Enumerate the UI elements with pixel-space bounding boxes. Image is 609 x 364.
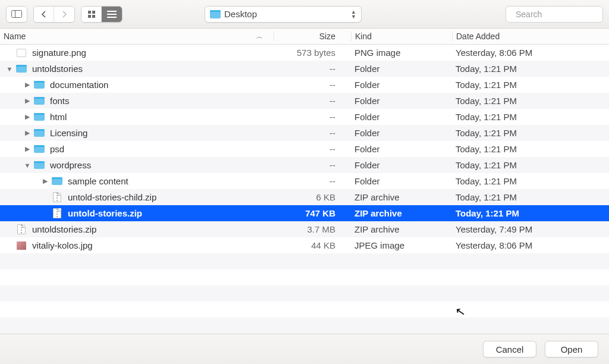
file-date: Yesterday, 8:06 PM	[452, 240, 609, 250]
file-name: wordpress	[50, 160, 91, 170]
file-name: vitaliy-kolos.jpg	[32, 240, 93, 250]
file-date: Today, 1:21 PM	[452, 80, 609, 90]
column-header: Name ︿ Size Kind Date Added	[0, 29, 609, 45]
image-file-icon	[15, 49, 27, 57]
table-row[interactable]: untold-stories-child.zip6 KBZIP archiveT…	[0, 189, 609, 205]
svg-rect-8	[107, 17, 117, 18]
table-row[interactable]: ▶html--FolderToday, 1:21 PM	[0, 109, 609, 125]
file-size: --	[274, 96, 351, 106]
file-size: 3.7 MB	[274, 224, 351, 234]
disclosure-triangle-icon[interactable]: ▶	[24, 97, 31, 105]
disclosure-triangle-icon[interactable]: ▶	[42, 177, 49, 185]
file-name: untoldstories	[32, 64, 83, 74]
file-size: 747 KB	[274, 208, 351, 218]
file-kind: Folder	[351, 144, 452, 154]
icon-view-button[interactable]	[81, 7, 102, 22]
back-button[interactable]	[34, 7, 54, 22]
folder-icon	[210, 10, 221, 18]
table-row-empty	[0, 302, 609, 318]
svg-rect-7	[107, 14, 117, 15]
file-name: untold-stories.zip	[68, 208, 142, 218]
disclosure-triangle-icon[interactable]: ▶	[24, 81, 31, 89]
table-row[interactable]: ▶documentation--FolderToday, 1:21 PM	[0, 77, 609, 93]
disclosure-triangle-icon[interactable]: ▼	[24, 162, 31, 169]
file-name: html	[50, 112, 67, 122]
open-button[interactable]: Open	[545, 341, 598, 357]
svg-rect-4	[88, 15, 91, 18]
file-size: 6 KB	[274, 192, 351, 202]
search-field[interactable]	[506, 6, 603, 23]
table-row[interactable]: ▼untoldstories--FolderToday, 1:21 PM	[0, 61, 609, 77]
sidebar-toggle-group	[6, 6, 27, 23]
nav-group	[33, 6, 75, 23]
table-row[interactable]: vitaliy-kolos.jpg44 KBJPEG imageYesterda…	[0, 237, 609, 253]
view-mode-group	[81, 6, 123, 23]
table-row[interactable]: untoldstories.zip3.7 MBZIP archiveYester…	[0, 221, 609, 237]
column-kind[interactable]: Kind	[351, 32, 452, 41]
column-name[interactable]: Name ︿	[0, 32, 274, 41]
table-row[interactable]: signature.png573 bytesPNG imageYesterday…	[0, 45, 609, 61]
search-input[interactable]	[516, 10, 609, 19]
cancel-button[interactable]: Cancel	[483, 341, 536, 357]
file-name: untold-stories-child.zip	[68, 192, 156, 202]
file-list[interactable]: signature.png573 bytesPNG imageYesterday…	[0, 45, 609, 334]
updown-icon: ▲▼	[351, 10, 356, 19]
folder-icon	[51, 177, 63, 185]
sort-indicator-icon: ︿	[256, 32, 263, 41]
table-row[interactable]: untold-stories.zip747 KBZIP archiveToday…	[0, 205, 609, 221]
folder-icon	[33, 145, 45, 153]
list-icon	[107, 11, 117, 18]
table-row[interactable]: ▶psd--FolderToday, 1:21 PM	[0, 141, 609, 157]
file-kind: Folder	[351, 176, 452, 186]
grid-icon	[87, 10, 96, 18]
file-date: Today, 1:21 PM	[452, 176, 609, 186]
file-size: --	[274, 64, 351, 74]
file-kind: Folder	[351, 160, 452, 170]
image-file-icon	[15, 241, 27, 250]
table-row-empty	[0, 285, 609, 302]
file-kind: Folder	[351, 64, 452, 74]
file-date: Today, 1:21 PM	[452, 192, 609, 202]
column-size[interactable]: Size	[274, 32, 351, 41]
file-size: --	[274, 160, 351, 170]
sidebar-icon	[11, 10, 22, 18]
disclosure-triangle-icon[interactable]: ▶	[24, 145, 31, 153]
location-dropdown[interactable]: Desktop ▲▼	[205, 6, 362, 23]
file-date: Today, 1:21 PM	[452, 160, 609, 170]
file-kind: ZIP archive	[351, 192, 452, 202]
list-view-button[interactable]	[102, 7, 122, 22]
file-size: 573 bytes	[274, 48, 351, 58]
zip-file-icon	[15, 224, 27, 234]
table-row-empty	[0, 269, 609, 285]
folder-icon	[33, 81, 45, 89]
table-row[interactable]: ▶fonts--FolderToday, 1:21 PM	[0, 93, 609, 109]
file-name: psd	[50, 144, 64, 154]
file-name: signature.png	[32, 48, 86, 58]
disclosure-triangle-icon[interactable]: ▼	[6, 65, 13, 73]
column-date[interactable]: Date Added	[452, 32, 609, 41]
footer: Cancel Open	[0, 334, 609, 364]
file-date: Today, 1:21 PM	[452, 144, 609, 154]
file-name: Licensing	[50, 128, 87, 138]
table-row[interactable]: ▶sample content--FolderToday, 1:21 PM	[0, 173, 609, 189]
chevron-left-icon	[41, 11, 47, 18]
disclosure-triangle-icon[interactable]: ▶	[24, 113, 31, 121]
table-row-empty	[0, 253, 609, 269]
file-name: fonts	[50, 96, 70, 106]
file-date: Yesterday, 8:06 PM	[452, 48, 609, 58]
disclosure-triangle-icon[interactable]: ▶	[24, 129, 31, 137]
file-size: --	[274, 176, 351, 186]
table-row[interactable]: ▼wordpress--FolderToday, 1:21 PM	[0, 157, 609, 173]
location-label: Desktop	[224, 9, 347, 19]
file-date: Today, 1:21 PM	[452, 96, 609, 106]
sidebar-toggle-button[interactable]	[7, 7, 27, 22]
forward-button[interactable]	[54, 7, 74, 22]
file-kind: Folder	[351, 128, 452, 138]
column-name-label: Name	[4, 32, 26, 41]
file-name: sample content	[68, 176, 128, 186]
file-size: --	[274, 80, 351, 90]
file-size: --	[274, 128, 351, 138]
file-kind: PNG image	[351, 48, 452, 58]
table-row[interactable]: ▶Licensing--FolderToday, 1:21 PM	[0, 125, 609, 141]
chevron-right-icon	[61, 11, 67, 18]
